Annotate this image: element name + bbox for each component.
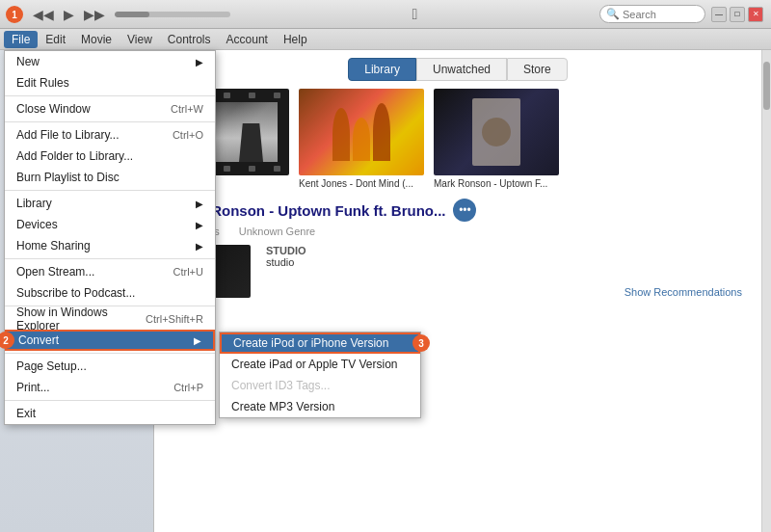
search-box[interactable]: 🔍 — [599, 5, 705, 23]
info-bottom: STUDIO studio Show Recommendations — [173, 245, 742, 298]
studio-label: STUDIO — [266, 245, 609, 256]
menu-movie[interactable]: Movie — [73, 31, 120, 48]
file-menu-new[interactable]: New ▶ — [5, 51, 215, 72]
content-area: Library Unwatched Store — [154, 50, 761, 532]
file-menu-close[interactable]: Close Window Ctrl+W — [5, 98, 215, 120]
file-menu-burn[interactable]: Burn Playlist to Disc — [5, 167, 215, 188]
file-menu-subscribe[interactable]: Subscribe to Podcast... — [5, 282, 215, 304]
addfolder-label: Add Folder to Library... — [16, 149, 133, 163]
video-item-3[interactable]: Mark Ronson - Uptown F... — [434, 89, 559, 189]
sep-4 — [5, 258, 215, 259]
play-button[interactable]: ▶ — [62, 7, 76, 22]
exit-label: Exit — [16, 407, 36, 420]
menu-file[interactable]: File — [4, 31, 38, 48]
studio-value: studio — [266, 256, 609, 268]
prev-button[interactable]: ◀◀ — [31, 7, 56, 22]
close-label: Close Window — [16, 102, 91, 116]
close-button[interactable]: ✕ — [748, 7, 763, 22]
tab-unwatched[interactable]: Unwatched — [416, 58, 507, 81]
info-panel: Mark Ronson - Uptown Funk ft. Bruno... •… — [154, 189, 761, 307]
studio-info: STUDIO studio — [266, 245, 609, 298]
minimize-button[interactable]: — — [711, 7, 727, 22]
print-shortcut: Ctrl+P — [173, 382, 203, 393]
progress-bar[interactable] — [115, 12, 230, 17]
file-menu-devices[interactable]: Devices ▶ — [5, 214, 215, 235]
now-playing-title: Mark Ronson - Uptown Funk ft. Bruno... •… — [173, 199, 742, 222]
sep-2 — [5, 121, 215, 122]
file-menu-print[interactable]: Print... Ctrl+P — [5, 377, 215, 398]
maximize-button[interactable]: □ — [730, 7, 745, 22]
sep-1 — [5, 95, 215, 96]
submenu-ipad[interactable]: Create iPad or Apple TV Version — [220, 354, 420, 375]
video-grid: Kent Jones - Dont Mind (... Mark Ronson … — [154, 89, 761, 189]
menu-account[interactable]: Account — [219, 31, 276, 48]
close-shortcut: Ctrl+W — [171, 103, 203, 115]
editrules-label: Edit Rules — [16, 76, 69, 90]
submenu-mp3[interactable]: Create MP3 Version — [220, 396, 420, 417]
file-menu-editrules[interactable]: Edit Rules — [5, 72, 215, 93]
menu-controls[interactable]: Controls — [160, 31, 219, 48]
file-menu-openstream[interactable]: Open Stream... Ctrl+U — [5, 261, 215, 282]
video-label-3: Mark Ronson - Uptown F... — [434, 178, 559, 189]
id3-label: Convert ID3 Tags... — [231, 379, 331, 392]
new-label: New — [16, 55, 40, 68]
apple-logo:  — [412, 6, 418, 23]
menu-help[interactable]: Help — [276, 31, 315, 48]
title-bar-right: 🔍 — □ ✕ — [599, 5, 763, 23]
new-arrow: ▶ — [196, 57, 203, 67]
step-1-badge: 1 — [6, 6, 23, 23]
file-menu-homesharing[interactable]: Home Sharing ▶ — [5, 235, 215, 256]
scroll-thumb[interactable] — [763, 62, 770, 110]
show-recommendations-link[interactable]: Show Recommendations — [625, 286, 742, 298]
homesharing-arrow: ▶ — [196, 241, 203, 252]
genre-text: Unknown Genre — [239, 226, 316, 237]
sep-6 — [5, 353, 215, 354]
menu-view[interactable]: View — [120, 31, 160, 48]
library-arrow: ▶ — [196, 199, 203, 209]
file-menu[interactable]: New ▶ Edit Rules Close Window Ctrl+W Add… — [4, 50, 216, 425]
file-menu-addfolder[interactable]: Add Folder to Library... — [5, 146, 215, 167]
window-controls: — □ ✕ — [711, 7, 763, 22]
file-menu-showinwindows[interactable]: Show in Windows Explorer Ctrl+Shift+R — [5, 308, 215, 330]
addfile-shortcut: Ctrl+O — [173, 129, 203, 141]
more-button[interactable]: ••• — [453, 199, 476, 222]
video-item-2[interactable]: Kent Jones - Dont Mind (... — [299, 89, 424, 189]
progress-fill — [115, 12, 149, 17]
burn-label: Burn Playlist to Disc — [16, 171, 120, 184]
file-menu-convert[interactable]: Convert ▶ 2 Create iPod or iPhone Versio… — [5, 330, 215, 351]
show-shortcut: Ctrl+Shift+R — [146, 313, 203, 325]
tabs-bar: Library Unwatched Store — [154, 50, 761, 89]
search-icon: 🔍 — [606, 8, 620, 20]
video-thumb-3 — [434, 89, 559, 175]
step-2-badge: 2 — [0, 332, 14, 349]
file-menu-exit[interactable]: Exit — [5, 403, 215, 424]
search-input[interactable] — [623, 9, 700, 20]
openstream-shortcut: Ctrl+U — [173, 266, 203, 278]
sep-3 — [5, 190, 215, 191]
menu-edit[interactable]: Edit — [38, 31, 73, 48]
tab-library[interactable]: Library — [348, 58, 416, 81]
sep-7 — [5, 400, 215, 401]
file-menu-library[interactable]: Library ▶ — [5, 193, 215, 214]
file-menu-addfile[interactable]: Add File to Library... Ctrl+O — [5, 124, 215, 146]
subscribe-label: Subscribe to Podcast... — [16, 286, 135, 300]
ipad-label: Create iPad or Apple TV Version — [231, 358, 398, 371]
show-label: Show in Windows Explorer — [16, 306, 146, 332]
menu-bar: File Edit Movie View Controls Account He… — [0, 29, 771, 50]
transport-controls: ◀◀ ▶ ▶▶ — [31, 7, 107, 22]
library-label: Library — [16, 197, 52, 210]
tab-store[interactable]: Store — [507, 58, 568, 81]
next-button[interactable]: ▶▶ — [82, 7, 107, 22]
convert-label: Convert — [18, 333, 59, 347]
title-bar: ◀◀ ▶ ▶▶  🔍 — □ ✕ — [0, 0, 771, 29]
pagesetup-label: Page Setup... — [16, 359, 87, 373]
file-menu-pagesetup[interactable]: Page Setup... — [5, 356, 215, 377]
mp3-label: Create MP3 Version — [231, 400, 334, 413]
video-label-2: Kent Jones - Dont Mind (... — [299, 178, 424, 189]
title-bar-left: ◀◀ ▶ ▶▶ — [8, 7, 230, 22]
scrollbar[interactable] — [761, 50, 771, 532]
info-meta: 5 minutes Unknown Genre — [173, 226, 742, 237]
submenu-ipod[interactable]: Create iPod or iPhone Version 3 — [220, 332, 420, 354]
convert-arrow: ▶ — [194, 335, 201, 346]
convert-submenu[interactable]: Create iPod or iPhone Version 3 Create i… — [219, 332, 421, 418]
